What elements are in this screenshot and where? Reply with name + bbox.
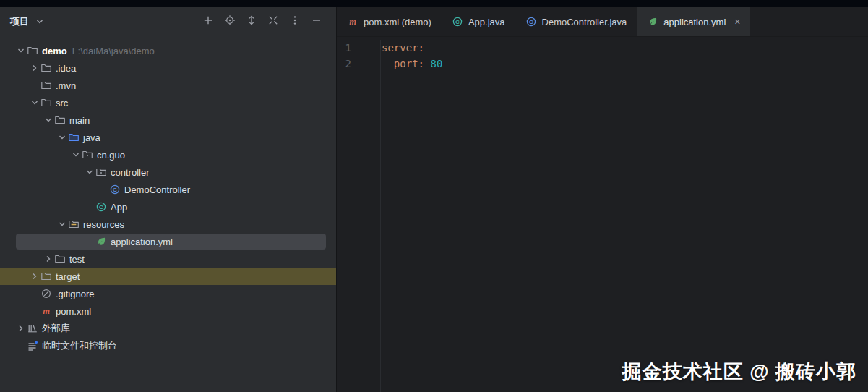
class-blue-icon: C <box>109 184 121 195</box>
tree-item-pom.xml[interactable]: mpom.xml <box>0 302 336 320</box>
editor-tab-DemoController.java[interactable]: CDemoController.java <box>515 7 637 36</box>
code-line: server: <box>382 40 442 56</box>
chevron-right-icon[interactable] <box>28 62 40 74</box>
class-teal-icon: C <box>95 201 107 213</box>
add-icon <box>202 14 214 29</box>
editor-tab-application.yml[interactable]: application.yml× <box>637 7 750 36</box>
tree-item-label: 外部库 <box>42 322 70 335</box>
project-view-selector[interactable]: 项目 <box>10 15 46 28</box>
tree-item-临时文件和控制台[interactable]: 临时文件和控制台 <box>0 337 336 354</box>
tree-item-.mvn[interactable]: .mvn <box>0 77 336 94</box>
project-tool-window: 项目 demoF:\daiMa\java\demo.idea.mvnsrcmai… <box>0 7 337 392</box>
tree-item-label: App <box>111 202 127 213</box>
tree-item-label: .idea <box>56 63 76 74</box>
tree-item-demo[interactable]: demoF:\daiMa\java\demo <box>0 42 336 59</box>
more-options-button[interactable] <box>287 14 303 30</box>
tree-item-cn.guo[interactable]: cn.guo <box>0 146 336 163</box>
chevron-right-icon[interactable] <box>42 253 54 265</box>
tree-item-label: src <box>56 98 68 108</box>
chevron-down-icon[interactable] <box>42 114 54 126</box>
tree-item-src[interactable]: src <box>0 94 336 111</box>
line-number: 2 <box>337 56 351 72</box>
chevron-down-icon[interactable] <box>28 97 40 108</box>
svg-text:C: C <box>455 19 460 25</box>
tab-label: App.java <box>468 17 505 27</box>
tree-item-application.yml[interactable]: application.yml <box>0 233 336 250</box>
chevron-spacer <box>28 80 40 91</box>
chevron-spacer <box>83 236 95 247</box>
tree-item-.gitignore[interactable]: .gitignore <box>0 285 336 302</box>
watermark-text: 掘金技术社区 @ 搬砖小郭 <box>622 359 856 385</box>
tree-item-label: .gitignore <box>56 289 94 299</box>
library-icon <box>27 323 38 334</box>
code-content[interactable]: server: port: 80 <box>381 40 442 392</box>
svg-text:C: C <box>529 19 533 25</box>
project-panel-toolbar <box>200 14 330 30</box>
ide-window: 项目 demoF:\daiMa\java\demo.idea.mvnsrcmai… <box>0 7 868 392</box>
scratches-icon <box>27 340 38 351</box>
tree-item-label: controller <box>111 167 149 178</box>
tree-item-label: target <box>56 271 80 282</box>
editor-body[interactable]: 12 server: port: 80 <box>337 37 868 392</box>
tree-item-target[interactable]: target <box>0 268 336 285</box>
tree-item-DemoController[interactable]: CDemoController <box>0 181 336 198</box>
class-blue-icon: C <box>525 16 537 27</box>
yaml-icon <box>647 16 658 27</box>
project-tree: demoF:\daiMa\java\demo.idea.mvnsrcmainja… <box>0 36 336 392</box>
tree-item-App[interactable]: CApp <box>0 198 336 216</box>
ignored-icon <box>40 288 52 299</box>
chevron-down-icon[interactable] <box>83 166 95 178</box>
chevron-down-icon[interactable] <box>14 45 27 56</box>
hide-panel-button[interactable] <box>309 14 325 30</box>
expand-all-icon <box>246 14 257 29</box>
tree-item-path: F:\daiMa\java\demo <box>72 46 155 56</box>
tree-item-label: application.yml <box>111 237 173 247</box>
tree-item-label: cn.guo <box>97 150 125 161</box>
locate-icon <box>224 14 236 29</box>
tree-item-label: 临时文件和控制台 <box>42 339 117 352</box>
tree-item-label: pom.xml <box>56 306 91 317</box>
svg-text:m: m <box>349 17 356 27</box>
add-button[interactable] <box>200 14 216 30</box>
tab-label: DemoController.java <box>542 17 627 27</box>
expand-all-button[interactable] <box>244 14 259 30</box>
tab-close-icon[interactable]: × <box>734 17 740 27</box>
class-teal-icon: C <box>452 16 463 27</box>
collapse-all-button[interactable] <box>265 14 281 30</box>
line-number-gutter: 12 <box>337 40 381 392</box>
chevron-down-icon[interactable] <box>56 218 68 230</box>
window-title-strip <box>0 0 868 7</box>
tree-item-java[interactable]: java <box>0 129 336 146</box>
folder-icon <box>40 62 52 74</box>
locate-opened-file-button[interactable] <box>222 14 238 30</box>
yaml-icon <box>95 236 107 247</box>
folder-icon <box>40 80 52 91</box>
editor-tab-App.java[interactable]: CApp.java <box>442 7 515 36</box>
tree-item-label: DemoController <box>124 184 190 195</box>
tree-item-label: .mvn <box>56 80 76 91</box>
folder-icon <box>40 97 52 108</box>
svg-text:C: C <box>99 204 103 210</box>
tree-item-外部库[interactable]: 外部库 <box>0 320 336 337</box>
tree-item-label: test <box>69 254 85 265</box>
chevron-spacer <box>28 288 40 299</box>
chevron-spacer <box>83 201 95 213</box>
package-icon <box>82 149 93 161</box>
tree-item-label: java <box>83 132 100 143</box>
tree-item-.idea[interactable]: .idea <box>0 59 336 77</box>
chevron-right-icon[interactable] <box>14 323 27 334</box>
chevron-spacer <box>28 305 40 317</box>
chevron-right-icon[interactable] <box>28 270 40 282</box>
chevron-down-icon[interactable] <box>56 132 68 143</box>
folder-icon <box>54 114 66 126</box>
editor-tab-bar: mpom.xml (demo)CApp.javaCDemoController.… <box>337 7 868 37</box>
editor-area: mpom.xml (demo)CApp.javaCDemoController.… <box>337 7 868 392</box>
tree-item-test[interactable]: test <box>0 250 336 268</box>
tree-item-main[interactable]: main <box>0 111 336 129</box>
chevron-down-icon[interactable] <box>69 149 82 161</box>
chevron-down-icon <box>33 16 46 27</box>
tree-item-resources[interactable]: resources <box>0 216 336 233</box>
tree-item-controller[interactable]: controller <box>0 163 336 181</box>
editor-tab-pom.xml-demo-[interactable]: mpom.xml (demo) <box>337 7 442 36</box>
token-key: port: <box>382 58 424 69</box>
